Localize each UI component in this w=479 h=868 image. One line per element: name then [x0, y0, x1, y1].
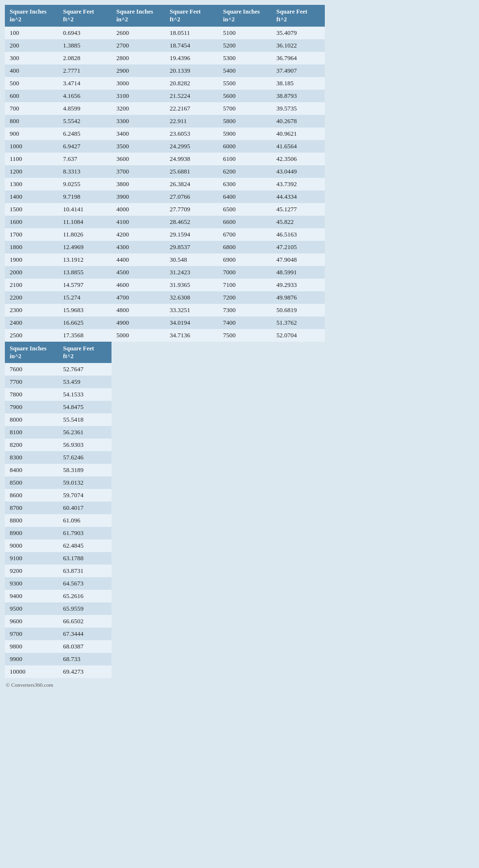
table-row: 3002.0828: [5, 52, 112, 64]
table-cell: 25.6881: [165, 165, 218, 178]
table-cell: 58.3189: [58, 464, 112, 476]
table1-header-col1: Square Inchesin^2: [5, 5, 58, 27]
table-cell: 61.096: [58, 514, 112, 527]
table-1: Square Inchesin^2 Square Feetft^2 1000.6…: [5, 5, 112, 342]
table-cell: 56.2361: [58, 426, 112, 439]
table-cell: 4800: [112, 304, 165, 316]
table-row: 740051.3762: [218, 316, 325, 329]
table-cell: 51.3762: [271, 316, 325, 329]
table-cell: 22.2167: [165, 102, 218, 115]
table-row: 430029.8537: [112, 241, 218, 253]
table-cell: 18.7454: [165, 39, 218, 52]
footer-text: © Converters360.com: [5, 682, 474, 688]
table-2: Square Inchesin^2 Square Feetft^2 260018…: [112, 5, 218, 342]
table-cell: 2100: [5, 279, 58, 291]
table-cell: 5900: [218, 127, 271, 140]
table-cell: 1.3885: [58, 39, 112, 52]
table-cell: 4100: [112, 216, 165, 228]
table-row: 590040.9621: [218, 127, 325, 140]
table-cell: 37.4907: [271, 64, 325, 77]
table-row: 610042.3506: [218, 153, 325, 165]
table-cell: 6300: [218, 178, 271, 190]
table-cell: 20.1339: [165, 64, 218, 77]
table-cell: 29.8537: [165, 241, 218, 253]
table-row: 800055.5418: [5, 413, 112, 426]
table-cell: 40.2678: [271, 115, 325, 127]
table-cell: 65.9559: [58, 602, 112, 615]
table-cell: 67.3444: [58, 628, 112, 640]
table-row: 1000069.4273: [5, 665, 112, 678]
table-row: 14009.7198: [5, 190, 112, 203]
table-cell: 7000: [218, 266, 271, 279]
table-row: 240016.6625: [5, 316, 112, 329]
table-row: 460031.9365: [112, 279, 218, 291]
table-cell: 2.0828: [58, 52, 112, 64]
table-row: 7004.8599: [5, 102, 112, 115]
table-cell: 2700: [112, 39, 165, 52]
table-cell: 49.2933: [271, 279, 325, 291]
table-cell: 59.0132: [58, 476, 112, 489]
table-cell: 6600: [218, 216, 271, 228]
table-row: 6004.1656: [5, 90, 112, 102]
table-cell: 7200: [218, 291, 271, 304]
table-row: 200013.8855: [5, 266, 112, 279]
table-cell: 63.1788: [58, 552, 112, 565]
table-cell: 40.9621: [271, 127, 325, 140]
table-cell: 9400: [5, 590, 58, 602]
table-row: 940065.2616: [5, 590, 112, 602]
table-row: 630043.7392: [218, 178, 325, 190]
table-cell: 3700: [112, 165, 165, 178]
table-row: 510035.4079: [218, 27, 325, 39]
table-cell: 600: [5, 90, 58, 102]
table-row: 310021.5224: [112, 90, 218, 102]
table-row: 230015.9683: [5, 304, 112, 316]
table-row: 11007.637: [5, 153, 112, 165]
table-cell: 6100: [218, 153, 271, 165]
table-row: 410028.4652: [112, 216, 218, 228]
table-row: 730050.6819: [218, 304, 325, 316]
table-cell: 7600: [5, 363, 58, 376]
table-4: Square Inchesin^2 Square Feetft^2 760052…: [5, 342, 112, 679]
table-cell: 43.0449: [271, 165, 325, 178]
table-row: 5003.4714: [5, 77, 112, 90]
table-cell: 2800: [112, 52, 165, 64]
table-cell: 100: [5, 27, 58, 39]
table-cell: 36.1022: [271, 39, 325, 52]
table-cell: 5800: [218, 115, 271, 127]
table-cell: 65.2616: [58, 590, 112, 602]
table-row: 370025.6881: [112, 165, 218, 178]
table-cell: 48.5991: [271, 266, 325, 279]
table-row: 1000.6943: [5, 27, 112, 39]
table-row: 12008.3313: [5, 165, 112, 178]
table-cell: 50.6819: [271, 304, 325, 316]
table-cell: 8.3313: [58, 165, 112, 178]
table-cell: 4.1656: [58, 90, 112, 102]
table-cell: 7.637: [58, 153, 112, 165]
table-cell: 6800: [218, 241, 271, 253]
table-row: 270018.7454: [112, 39, 218, 52]
table-cell: 17.3568: [58, 329, 112, 342]
table-cell: 5.5542: [58, 115, 112, 127]
table-cell: 5500: [218, 77, 271, 90]
table-cell: 55.5418: [58, 413, 112, 426]
table-row: 13009.0255: [5, 178, 112, 190]
table-row: 960066.6502: [5, 615, 112, 628]
table-cell: 44.4334: [271, 190, 325, 203]
table-cell: 4.8599: [58, 102, 112, 115]
table-row: 150010.4141: [5, 203, 112, 216]
table-cell: 33.3251: [165, 304, 218, 316]
table-cell: 4200: [112, 228, 165, 241]
table-row: 980068.0387: [5, 640, 112, 653]
table-row: 2001.3885: [5, 39, 112, 52]
table-row: 670046.5163: [218, 228, 325, 241]
table-row: 320022.2167: [112, 102, 218, 115]
table-row: 350024.2995: [112, 140, 218, 153]
table-row: 640044.4334: [218, 190, 325, 203]
table-row: 830057.6246: [5, 451, 112, 464]
table-row: 450031.2423: [112, 266, 218, 279]
table2-header-col1: Square Inchesin^2: [112, 5, 165, 27]
table-cell: 4000: [112, 203, 165, 216]
table-cell: 9100: [5, 552, 58, 565]
table-row: 260018.0511: [112, 27, 218, 39]
table-cell: 3000: [112, 77, 165, 90]
